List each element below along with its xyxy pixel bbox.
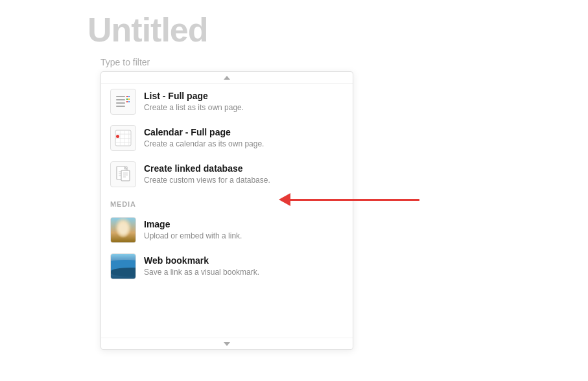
image-item-desc: Upload or embed with a link. <box>144 231 242 242</box>
linked-db-item-desc: Create custom views for a database. <box>144 175 270 186</box>
svg-rect-0 <box>116 96 125 97</box>
image-item[interactable]: Image Upload or embed with a link. <box>101 212 353 248</box>
svg-rect-10 <box>115 130 131 146</box>
menu-scroll-area[interactable]: List - Full page Create a list as its ow… <box>101 84 353 338</box>
svg-rect-2 <box>116 102 125 104</box>
filter-label: Type to filter <box>100 57 150 67</box>
svg-rect-6 <box>126 98 128 100</box>
svg-rect-8 <box>126 101 128 102</box>
list-item[interactable]: List - Full page Create a list as its ow… <box>101 84 353 120</box>
calendar-item-text: Calendar - Full page Create a calendar a… <box>144 126 264 150</box>
calendar-item[interactable]: Calendar - Full page Create a calendar a… <box>101 120 353 156</box>
dropdown-panel: List - Full page Create a list as its ow… <box>100 71 353 350</box>
svg-rect-22 <box>121 170 130 181</box>
linked-db-item-title: Create linked database <box>144 163 270 176</box>
web-bookmark-item-title: Web bookmark <box>144 255 259 268</box>
list-icon <box>110 89 136 115</box>
scroll-bottom-indicator <box>101 338 353 349</box>
image-item-text: Image Upload or embed with a link. <box>144 218 242 242</box>
page-title: Untitled <box>88 10 208 49</box>
svg-rect-3 <box>116 106 125 107</box>
web-bookmark-item[interactable]: Web bookmark Save a link as a visual boo… <box>101 248 353 284</box>
calendar-item-title: Calendar - Full page <box>144 126 264 139</box>
calendar-item-desc: Create a calendar as its own page. <box>144 139 264 150</box>
calendar-icon <box>110 125 136 151</box>
list-item-text: List - Full page Create a list as its ow… <box>144 90 244 113</box>
web-bookmark-item-text: Web bookmark Save a link as a visual boo… <box>144 255 259 278</box>
svg-rect-1 <box>116 99 125 100</box>
linked-db-icon <box>110 161 136 187</box>
list-item-title: List - Full page <box>144 90 244 103</box>
scroll-top-indicator <box>101 72 353 84</box>
linked-database-item[interactable]: Create linked database Create custom vie… <box>101 156 353 192</box>
svg-rect-5 <box>128 96 130 97</box>
wave-thumbnail-icon <box>110 253 136 279</box>
svg-rect-4 <box>126 96 128 97</box>
svg-rect-7 <box>128 98 130 100</box>
linked-db-item-text: Create linked database Create custom vie… <box>144 163 270 186</box>
image-item-title: Image <box>144 218 242 231</box>
scroll-up-arrow-icon <box>224 76 230 80</box>
image-thumbnail-icon <box>110 217 136 243</box>
svg-point-17 <box>116 135 119 138</box>
list-item-desc: Create a list as its own page. <box>144 102 244 113</box>
svg-rect-9 <box>128 101 130 102</box>
web-bookmark-item-desc: Save a link as a visual bookmark. <box>144 267 259 278</box>
media-section-header: MEDIA <box>101 192 353 212</box>
scroll-down-arrow-icon <box>224 342 230 346</box>
